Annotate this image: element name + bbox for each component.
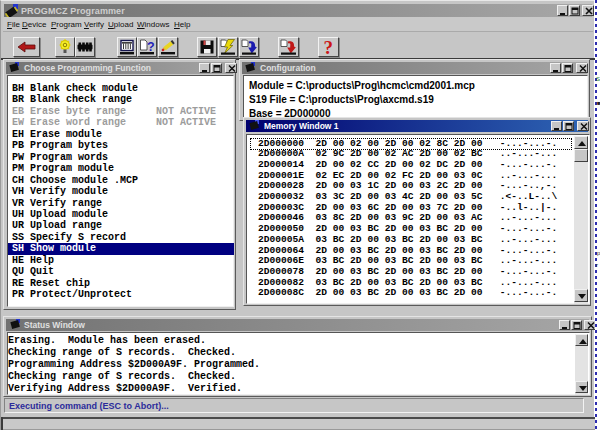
svg-text:?: ? (324, 38, 334, 56)
svg-text:?: ? (147, 40, 155, 54)
